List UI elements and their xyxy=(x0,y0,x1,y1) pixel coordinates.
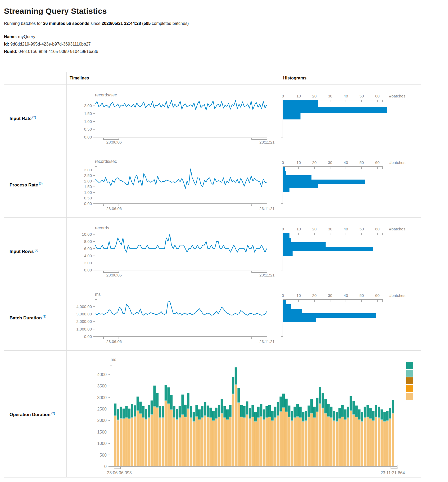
run-start-time: 2020/05/21 22:44:28 xyxy=(102,21,141,26)
legend-swatch[interactable] xyxy=(406,377,413,384)
svg-text:23:06:06: 23:06:06 xyxy=(106,273,122,277)
stacked-bar-segment xyxy=(372,421,374,466)
svg-text:3500: 3500 xyxy=(97,384,107,388)
help-icon[interactable]: (?) xyxy=(32,115,36,119)
row-label-process-rate: Process Rate(?) xyxy=(10,181,66,188)
column-divider xyxy=(66,72,67,84)
stacked-bar-segment xyxy=(215,418,218,419)
svg-text:20: 20 xyxy=(312,94,317,98)
stacked-bar-segment xyxy=(145,419,147,419)
histogram-bar xyxy=(283,175,311,180)
stacked-bar-segment xyxy=(291,420,293,421)
stacked-bar-segment xyxy=(355,417,358,466)
stacked-bar-segment xyxy=(134,405,136,416)
stacked-bar-segment xyxy=(389,418,391,419)
stacked-bar-segment xyxy=(181,415,184,466)
stacked-bar-segment xyxy=(344,419,346,420)
stacked-bar-segment xyxy=(364,407,366,417)
stacked-bar-segment xyxy=(375,417,377,466)
stacked-bar-segment xyxy=(187,393,189,409)
legend-swatch[interactable] xyxy=(406,393,413,400)
stacked-bar-segment xyxy=(117,420,119,466)
svg-text:#batches: #batches xyxy=(389,227,405,231)
stacked-bar-segment xyxy=(274,407,276,417)
stacked-bar-segment xyxy=(221,413,223,413)
svg-text:1.50: 1.50 xyxy=(84,111,92,116)
svg-text:0: 0 xyxy=(104,464,107,469)
stacked-bar-segment xyxy=(260,416,262,417)
stacked-bar-segment xyxy=(381,420,383,466)
stacked-bar-segment xyxy=(305,420,307,421)
stacked-bar-segment xyxy=(148,418,150,466)
stacked-bar-segment xyxy=(156,407,159,408)
svg-text:2.00: 2.00 xyxy=(84,179,92,183)
stacked-bar-segment xyxy=(232,377,234,394)
svg-text:500: 500 xyxy=(99,453,107,457)
svg-text:30: 30 xyxy=(328,94,332,98)
histogram-bar xyxy=(283,318,316,322)
stacked-bar-segment xyxy=(243,418,246,466)
svg-text:records/sec: records/sec xyxy=(95,159,117,164)
stacked-bar-segment xyxy=(198,420,201,466)
stacked-bar-segment xyxy=(386,421,388,466)
stacked-bar-segment xyxy=(296,404,299,416)
legend-swatch[interactable] xyxy=(406,370,413,377)
stacked-bar-segment xyxy=(114,416,116,416)
help-icon[interactable]: (?) xyxy=(39,182,43,185)
stacked-bar-segment xyxy=(279,397,282,411)
stacked-bar-segment xyxy=(120,418,122,418)
stacked-bar-segment xyxy=(319,404,321,466)
help-icon[interactable]: (?) xyxy=(35,248,38,252)
legend-swatch[interactable] xyxy=(406,362,413,369)
stacked-bar-segment xyxy=(344,420,346,466)
stacked-bar-segment xyxy=(165,385,167,400)
stacked-bar-segment xyxy=(288,417,290,417)
help-icon[interactable]: (?) xyxy=(51,412,55,415)
svg-text:0: 0 xyxy=(282,227,284,231)
histogram-axis xyxy=(283,167,383,169)
stacked-bar-segment xyxy=(235,367,237,384)
histogram-bar xyxy=(283,113,301,119)
stacked-bar-segment xyxy=(207,417,209,466)
stacked-bar-segment xyxy=(226,420,229,466)
timeline-series xyxy=(95,101,267,110)
histogram-bar xyxy=(283,247,373,251)
stacked-bar-segment xyxy=(167,404,170,466)
stacked-bar-segment xyxy=(184,417,187,466)
stacked-bar-segment xyxy=(162,406,164,417)
svg-text:0.00: 0.00 xyxy=(84,201,92,206)
svg-text:30: 30 xyxy=(328,160,332,165)
stacked-bar-segment xyxy=(327,417,330,467)
svg-text:0.00: 0.00 xyxy=(84,268,92,272)
legend-swatch[interactable] xyxy=(406,385,413,392)
stacked-bar-segment xyxy=(235,385,237,467)
svg-text:50: 50 xyxy=(359,160,364,165)
stacked-bar-segment xyxy=(195,405,198,416)
stacked-bar-segment xyxy=(145,419,147,466)
stacked-bar-segment xyxy=(378,418,380,466)
help-icon[interactable]: (?) xyxy=(43,315,46,318)
stacked-bar-segment xyxy=(237,402,240,403)
svg-text:60: 60 xyxy=(375,160,380,165)
stacked-bar-segment xyxy=(271,411,274,420)
query-runid-label: RunId: xyxy=(4,49,17,54)
svg-text:23:11:21.864: 23:11:21.864 xyxy=(381,471,405,475)
stacked-bar-segment xyxy=(330,417,332,418)
stacked-bar-segment xyxy=(364,417,366,418)
stacked-bar-segment xyxy=(181,414,184,415)
stacked-bar-segment xyxy=(296,417,299,467)
stacked-bar-segment xyxy=(123,409,125,418)
stacked-bar-segment xyxy=(375,417,377,417)
stacked-bar-segment xyxy=(383,412,386,421)
stacked-bar-segment xyxy=(195,417,198,467)
stacked-bar-segment xyxy=(167,404,170,404)
stacked-bar-segment xyxy=(223,417,226,418)
svg-text:3000: 3000 xyxy=(97,395,107,400)
table-row-input-rate: Input Rate(?) records/sec0.000.501.001.5… xyxy=(4,85,421,151)
svg-text:ms: ms xyxy=(111,357,116,362)
stacked-bar-segment xyxy=(268,417,271,466)
stacked-bar-segment xyxy=(299,418,302,466)
stacked-bar-segment xyxy=(170,395,173,409)
stacked-bar-segment xyxy=(288,405,290,417)
stacked-bar-segment xyxy=(246,415,248,466)
